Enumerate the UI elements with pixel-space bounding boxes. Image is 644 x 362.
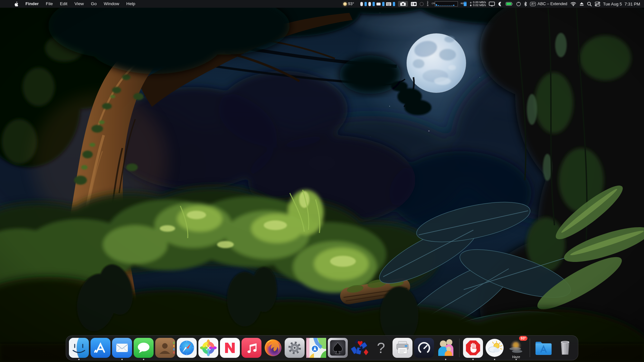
spotlight-search-icon[interactable] bbox=[587, 2, 592, 6]
control-center-icon[interactable] bbox=[595, 2, 600, 6]
menu-go[interactable]: Go bbox=[87, 0, 100, 8]
haze-temp-badge: 93° bbox=[519, 336, 527, 341]
dock-speedtest-icon[interactable] bbox=[414, 338, 434, 358]
dock-family-sharing-icon[interactable] bbox=[436, 338, 456, 358]
menu-bar-status: 93° SEN CPU bbox=[343, 1, 644, 7]
net-down-speed: 0.02 MB/s bbox=[473, 4, 486, 7]
cpu-label: CPU bbox=[432, 3, 434, 5]
keyboard-icon bbox=[386, 2, 391, 6]
dock-firefox-icon[interactable] bbox=[263, 338, 283, 358]
dock-finder-icon[interactable] bbox=[69, 338, 89, 358]
dock-divider-folders bbox=[530, 339, 530, 357]
question-mark-glyph: ? bbox=[371, 338, 391, 358]
trackpad-icon bbox=[376, 3, 381, 5]
dock-applications-folder-icon[interactable] bbox=[534, 338, 554, 358]
battery-icon[interactable] bbox=[506, 2, 513, 6]
dock-music-icon[interactable] bbox=[242, 338, 261, 358]
haze-label: Haze bbox=[512, 355, 520, 359]
dock-weather-icon[interactable] bbox=[485, 338, 505, 358]
dock-photos-icon[interactable] bbox=[198, 338, 218, 358]
dock-news-icon[interactable] bbox=[220, 338, 240, 358]
camera-icon bbox=[400, 2, 406, 6]
time-text: 7:31 PM bbox=[625, 2, 640, 6]
network-throughput[interactable]: 0.00 MB/s 0.02 MB/s bbox=[469, 1, 486, 7]
menu-bar: Finder File Edit View Go Window Help 93° bbox=[0, 0, 644, 8]
weather-status[interactable]: 93° bbox=[343, 2, 354, 6]
memory-status[interactable]: MEM bbox=[461, 2, 467, 6]
menu-view[interactable]: View bbox=[71, 0, 87, 8]
cpu-history-graph[interactable]: CPU bbox=[432, 1, 458, 6]
gauge-alert-icon[interactable] bbox=[516, 2, 521, 6]
mouse2-battery-bar bbox=[373, 2, 375, 6]
apple-menu-icon[interactable] bbox=[10, 1, 22, 7]
family-head-front bbox=[440, 340, 447, 347]
menu-bar-clock[interactable]: Tue Aug 5 7:31 PM bbox=[603, 2, 640, 6]
input-source-badge: A+ bbox=[530, 2, 536, 6]
radio-icon[interactable] bbox=[411, 2, 417, 6]
dock-divider-recent bbox=[459, 339, 459, 357]
memory-label: MEM bbox=[461, 3, 463, 5]
wallpaper-jungle-night bbox=[0, 0, 644, 362]
menu-finder[interactable]: Finder bbox=[22, 0, 42, 8]
dock-trash-icon[interactable] bbox=[555, 338, 575, 358]
menu-file[interactable]: File bbox=[42, 0, 56, 8]
mouse-battery-bar bbox=[365, 2, 367, 6]
dock-adblock-icon[interactable] bbox=[463, 338, 483, 358]
wifi-icon[interactable] bbox=[570, 2, 576, 6]
focus-moon-icon[interactable] bbox=[498, 2, 503, 6]
eject-icon[interactable] bbox=[579, 2, 584, 6]
dock-contacts-icon[interactable] bbox=[155, 338, 175, 358]
dock-app-store-icon[interactable] bbox=[90, 338, 110, 358]
keyboard-battery-bar bbox=[393, 2, 395, 6]
family-person-orange bbox=[445, 351, 452, 356]
dock-printer-icon[interactable] bbox=[393, 338, 412, 358]
camera-status-item[interactable] bbox=[398, 1, 408, 7]
menu-bar-left: Finder File Edit View Go Window Help bbox=[0, 0, 139, 8]
input-source-status[interactable]: A+ ABC – Extended bbox=[530, 2, 567, 6]
lens-status-icon[interactable] bbox=[420, 2, 424, 6]
memory-usage-bar bbox=[464, 2, 467, 6]
menu-help[interactable]: Help bbox=[123, 0, 139, 8]
bluetooth-icon[interactable] bbox=[524, 2, 527, 6]
dock-haze-widget-icon[interactable]: 93° Haze bbox=[506, 338, 526, 358]
updown-arrows-icon bbox=[469, 2, 472, 6]
weather-temp: 93° bbox=[348, 2, 354, 6]
date-text: Tue Aug 5 bbox=[603, 2, 622, 6]
dock-maps-icon[interactable] bbox=[306, 338, 326, 358]
diamond-glyph: ♦ bbox=[362, 348, 370, 357]
input-source-name: ABC – Extended bbox=[537, 2, 567, 6]
sensors-label[interactable]: SEN bbox=[427, 1, 429, 7]
dock-messages-icon[interactable] bbox=[134, 338, 154, 358]
mouse2-icon bbox=[368, 2, 371, 6]
hazy-moon-icon bbox=[343, 2, 347, 6]
menu-edit[interactable]: Edit bbox=[56, 0, 71, 8]
desktop: Finder File Edit View Go Window Help 93° bbox=[0, 0, 644, 362]
mouse-icon bbox=[360, 2, 363, 6]
dock-mail-icon[interactable] bbox=[112, 338, 132, 358]
bluetooth-device-batteries[interactable] bbox=[360, 2, 395, 6]
dock-safari-icon[interactable] bbox=[177, 338, 197, 358]
vignette bbox=[0, 0, 644, 362]
menu-window[interactable]: Window bbox=[100, 0, 123, 8]
dock-unknown-app-icon[interactable]: ? bbox=[371, 338, 391, 358]
dock: ♠ ♥ ♣ ♦ ? bbox=[66, 335, 578, 360]
dock-solitaire-game-icon[interactable] bbox=[328, 338, 348, 358]
trackpad-battery-bar bbox=[382, 2, 384, 6]
dock-card-games-icon[interactable]: ♠ ♥ ♣ ♦ bbox=[349, 338, 369, 358]
display-icon[interactable] bbox=[489, 2, 495, 6]
dock-system-settings-icon[interactable] bbox=[285, 338, 305, 358]
